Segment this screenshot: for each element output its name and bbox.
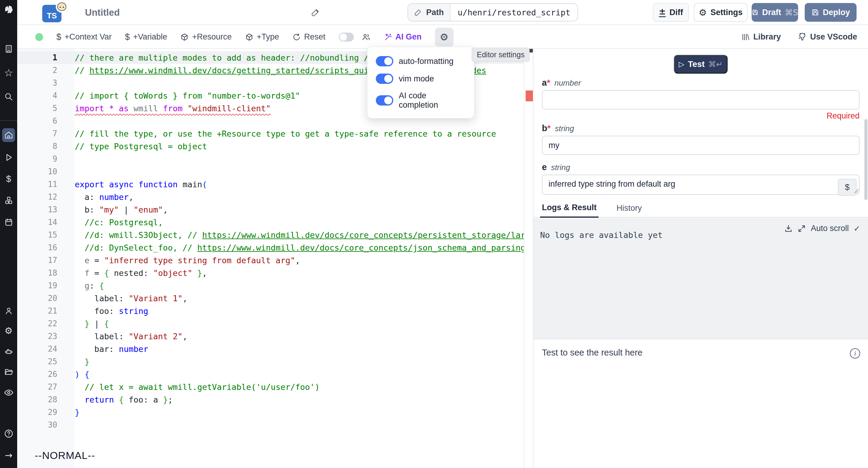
settings-gear-icon[interactable]: ⚙	[0, 324, 17, 338]
auto-scroll-checkmark[interactable]: ✓	[854, 224, 860, 233]
logs-empty-text: No logs are available yet	[540, 230, 662, 240]
draft-button[interactable]: Draft ⌘S	[752, 3, 798, 22]
ai-gen-button[interactable]: AI Gen	[384, 32, 422, 41]
tab-history[interactable]: History	[615, 204, 644, 217]
test-panel: ▷ Test ⌘↵ a* number Required b* string e…	[533, 49, 868, 468]
dollar-icon: $	[56, 32, 61, 42]
error-marker	[526, 90, 533, 101]
code-line[interactable]: 27 // let x = await wmill.getVariable('u…	[17, 381, 524, 393]
code-line[interactable]: 24 bar: number	[17, 343, 524, 355]
info-icon[interactable]: i	[850, 348, 860, 358]
auto-scroll-label[interactable]: Auto scroll	[811, 224, 849, 233]
add-resource-button[interactable]: +Resource	[180, 32, 231, 41]
workers-robot-icon[interactable]	[0, 345, 17, 358]
dollar-icon: $	[125, 32, 130, 42]
diff-button[interactable]: ± Diff	[653, 3, 689, 22]
auto-formatting-row: auto-formatting	[376, 56, 466, 66]
result-empty-text: Test to see the result here	[542, 348, 643, 358]
code-line[interactable]: 12 a: number,	[17, 191, 524, 203]
edit-title-pencil-icon[interactable]	[311, 8, 320, 18]
editor-settings-gear-button[interactable]: ⚙	[435, 28, 454, 47]
script-title: Untitled	[85, 7, 120, 18]
code-line[interactable]: 13 b: "my" | "enum",	[17, 203, 524, 216]
editor-overview-ruler[interactable]	[524, 49, 533, 468]
path-field[interactable]: Path u/henri/restored_script	[407, 3, 578, 21]
package-icon	[180, 33, 189, 41]
result-panel: Test to see the result here i	[533, 339, 868, 468]
workspace-icon[interactable]	[0, 42, 17, 56]
add-context-var-button[interactable]: $+Context Var	[56, 32, 112, 42]
vim-mode-toggle[interactable]	[376, 74, 393, 84]
code-line[interactable]: 19 g: {	[17, 279, 524, 292]
code-line[interactable]: 21 foo: string	[17, 304, 524, 317]
magic-wand-icon	[384, 33, 393, 41]
schedules-icon[interactable]	[0, 215, 17, 229]
settings-button[interactable]: ⚙ Settings	[694, 3, 747, 22]
help-icon[interactable]	[0, 427, 17, 440]
collapse-arrow-icon[interactable]: →	[0, 449, 17, 462]
folders-icon[interactable]	[0, 365, 17, 379]
form-scrollbar[interactable]	[864, 119, 867, 200]
code-line[interactable]: 11export async function main(	[17, 178, 524, 191]
code-line[interactable]: 20 label: "Variant 1",	[17, 292, 524, 304]
code-line[interactable]: 22 } | {	[17, 317, 524, 330]
insert-variable-button[interactable]: $	[838, 179, 857, 196]
download-logs-icon[interactable]	[784, 224, 793, 233]
users-icon[interactable]	[0, 304, 17, 318]
resize-handle[interactable]	[854, 189, 858, 193]
diff-icon: ±	[659, 7, 666, 17]
auto-formatting-toggle[interactable]	[376, 56, 393, 66]
library-button[interactable]: Library	[741, 32, 781, 41]
resources-icon[interactable]	[0, 194, 17, 207]
vim-status: --NORMAL--	[35, 449, 95, 461]
favorites-star-icon[interactable]: ☆	[0, 66, 17, 79]
code-line[interactable]: 18 f = { nested: "object" },	[17, 267, 524, 279]
github-icon	[798, 33, 807, 41]
add-variable-button[interactable]: $+Variable	[125, 32, 167, 42]
runs-icon[interactable]	[0, 151, 17, 164]
result-tabs: Logs & Result History	[533, 200, 868, 218]
code-line[interactable]: 7// fill the type, or use the +Resource …	[17, 127, 524, 140]
field-a-label: a* number	[542, 78, 860, 88]
editor-settings-tooltip: Editor settings	[472, 48, 530, 62]
code-line[interactable]: 10	[17, 165, 524, 178]
path-pencil-icon	[414, 8, 422, 16]
windmill-logo[interactable]	[0, 3, 17, 16]
add-type-button[interactable]: +Type	[245, 32, 279, 41]
code-line[interactable]: 28 return { foo: a };	[17, 393, 524, 406]
reset-button[interactable]: Reset	[292, 32, 326, 41]
code-line[interactable]: 14 //c: Postgresql,	[17, 216, 524, 229]
code-line[interactable]: 15 //d: wmill.S3Object, // https://www.w…	[17, 229, 524, 241]
multiplayer-toggle[interactable]	[339, 33, 354, 41]
code-line[interactable]: 16 //d: DynSelect_foo, // https://www.wi…	[17, 241, 524, 254]
deploy-button[interactable]: Deploy	[805, 3, 857, 22]
field-e-label: e string	[542, 162, 860, 172]
expand-logs-icon[interactable]	[798, 224, 806, 233]
play-icon: ▷	[679, 60, 684, 68]
field-e-input[interactable]: inferred type string from default arg	[542, 175, 860, 195]
field-b-input[interactable]	[542, 136, 860, 155]
code-line[interactable]: 26) {	[17, 368, 524, 381]
field-a-error: Required	[542, 111, 860, 120]
home-icon[interactable]	[0, 128, 17, 142]
code-line[interactable]: 30	[17, 418, 524, 431]
left-sidebar: ☆ $ ⚙ →	[0, 0, 17, 468]
use-vscode-button[interactable]: Use VScode	[798, 32, 857, 41]
code-line[interactable]: 17 e = "inferred type string from defaul…	[17, 254, 524, 267]
code-line[interactable]: 23 label: "Variant 2",	[17, 330, 524, 343]
code-line[interactable]: 9	[17, 153, 524, 165]
path-value[interactable]: u/henri/restored_script	[451, 8, 578, 17]
variables-icon[interactable]: $	[0, 172, 17, 185]
ai-code-completion-toggle[interactable]	[376, 95, 393, 106]
test-button[interactable]: ▷ Test ⌘↵	[674, 55, 727, 74]
code-line[interactable]: 29}	[17, 406, 524, 418]
code-line[interactable]: 8// type Postgresql = object	[17, 140, 524, 153]
vim-mode-row: vim mode	[376, 74, 466, 84]
audit-eye-icon[interactable]	[0, 386, 17, 399]
tab-logs-result[interactable]: Logs & Result	[540, 203, 598, 218]
ai-code-completion-row: AI code completion	[376, 91, 466, 110]
search-icon[interactable]	[0, 90, 17, 104]
field-b-label: b* string	[542, 123, 860, 133]
code-line[interactable]: 25 }	[17, 355, 524, 368]
field-a-input[interactable]	[542, 90, 860, 110]
